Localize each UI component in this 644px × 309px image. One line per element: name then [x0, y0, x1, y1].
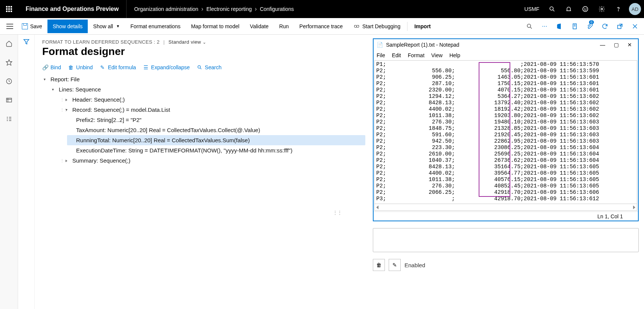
company-label[interactable]: USMF	[520, 6, 543, 12]
chevron-down-icon: ⌄	[203, 40, 206, 44]
clock-icon[interactable]	[3, 75, 15, 87]
gear-icon[interactable]	[594, 2, 609, 17]
splitter-handle[interactable]: ⋮⋮	[333, 210, 342, 216]
right-panel: 📄 SampleReport (1).txt - Notepad — ▢ ✕ F…	[373, 35, 644, 309]
caret-down-icon[interactable]: ▾	[44, 77, 48, 81]
notepad-status: Ln 1, Col 1	[374, 212, 638, 221]
svg-point-2	[583, 6, 588, 12]
svg-line-20	[200, 68, 201, 69]
svg-point-5	[601, 8, 603, 10]
breadcrumb-item[interactable]: Organization administration	[134, 6, 198, 12]
tree-node-tax-amount[interactable]: TaxAmount: Numeric[20..20] Real = Collec…	[67, 125, 365, 135]
search-button[interactable]: Search	[197, 64, 221, 70]
tree-node-lines[interactable]: ▾Lines: Sequence	[50, 84, 365, 94]
map-format-button[interactable]: Map format to model	[186, 20, 244, 33]
menu-icon[interactable]	[3, 20, 17, 33]
tree-node-report[interactable]: ▾Report: File	[42, 74, 365, 84]
run-button[interactable]: Run	[274, 20, 294, 33]
notepad-scrollbar[interactable]	[375, 204, 637, 210]
notepad-menu-help[interactable]: Help	[449, 52, 460, 58]
performance-trace-button[interactable]: Performance trace	[294, 20, 348, 33]
app-title: Finance and Operations Preview	[18, 0, 127, 18]
notepad-menu-edit[interactable]: Edit	[392, 52, 401, 58]
grip-icon[interactable]: ⋮⋮	[60, 108, 63, 112]
enabled-row: 🗑 ✎ Enabled	[373, 259, 639, 271]
breadcrumb-item[interactable]: Electronic reporting	[206, 6, 252, 12]
grip-icon[interactable]: ⋮⋮	[60, 97, 63, 102]
tree-node-exec-datetime[interactable]: ExecutionDateTime: String = DATETIMEFORM…	[67, 145, 365, 155]
notepad-text[interactable]: P1; ;2021-08-09 11:56:13:570 P2; 556.80;…	[375, 61, 637, 204]
breadcrumb-item[interactable]: Configurations	[260, 6, 294, 12]
caret-right-icon[interactable]: ▸	[66, 97, 70, 102]
notepad-menu: File Edit Format View Help	[374, 50, 638, 60]
filter-icon[interactable]	[23, 38, 30, 309]
show-details-button[interactable]: Show details	[47, 20, 88, 33]
svg-point-19	[198, 65, 200, 68]
notepad-menu-file[interactable]: File	[377, 52, 385, 58]
modules-icon[interactable]	[3, 113, 15, 125]
search-action-icon[interactable]	[523, 20, 536, 32]
tree-node-summary[interactable]: ⋮⋮▸Summary: Sequence(;)	[59, 155, 365, 166]
show-all-button[interactable]: Show all▼	[88, 20, 125, 33]
page-title: Format designer	[42, 46, 365, 58]
close-icon[interactable]: ✕	[624, 42, 635, 48]
minimize-icon[interactable]: —	[597, 42, 608, 48]
bind-button[interactable]: 🔗Bind	[42, 64, 61, 70]
popout-icon[interactable]	[614, 20, 626, 32]
format-tree: ▾Report: File ▾Lines: Sequence ⋮⋮▸Header…	[42, 74, 365, 166]
caret-down-icon[interactable]: ▾	[66, 108, 70, 112]
edit-button[interactable]: ✎	[389, 259, 401, 271]
help-icon[interactable]	[611, 2, 626, 17]
start-debugging-button[interactable]: Start Debugging	[348, 20, 406, 33]
notepad-menu-view[interactable]: View	[431, 52, 443, 58]
workspace-icon[interactable]	[3, 94, 15, 106]
tree-node-record[interactable]: ⋮⋮▾Record: Sequence(;) = model.Data.List	[59, 105, 365, 115]
save-button[interactable]: Save	[17, 20, 47, 33]
star-icon[interactable]	[3, 56, 15, 68]
close-icon[interactable]	[629, 20, 641, 32]
svg-rect-17	[6, 98, 12, 102]
chevron-right-icon: ›	[201, 6, 203, 12]
view-selector[interactable]: Standard view ⌄	[168, 39, 206, 45]
svg-line-10	[530, 27, 532, 29]
svg-marker-15	[6, 60, 12, 65]
bell-icon[interactable]	[561, 2, 576, 17]
toolbar: 🔗Bind 🗑Unbind ✎Edit formula ☰Expand/coll…	[42, 62, 365, 74]
format-enumerations-button[interactable]: Format enumerations	[125, 20, 186, 33]
maximize-icon[interactable]: ▢	[611, 42, 621, 48]
unbind-button[interactable]: 🗑Unbind	[68, 64, 93, 70]
description-input[interactable]	[373, 228, 639, 252]
grip-icon[interactable]: ⋮⋮	[60, 158, 63, 163]
notepad-menu-format[interactable]: Format	[408, 52, 424, 58]
link-icon: 🔗	[42, 64, 48, 70]
caret-right-icon[interactable]: ▸	[66, 158, 70, 163]
notepad-file-icon: 📄	[377, 42, 383, 48]
action-bar: Save Show details Show all▼ Format enume…	[0, 18, 644, 35]
caret-down-icon[interactable]: ▾	[52, 87, 56, 91]
tree-panel: FORMAT TO LEARN DEFERRED SEQUENCES : 2 |…	[35, 35, 373, 309]
delete-button[interactable]: 🗑	[373, 259, 385, 271]
svg-point-0	[550, 7, 553, 10]
attach-icon[interactable]: 0	[584, 20, 596, 32]
smile-icon[interactable]	[578, 2, 593, 17]
home-icon[interactable]	[3, 38, 15, 50]
pencil-icon: ✎	[99, 64, 105, 70]
avatar[interactable]: AD	[629, 3, 641, 15]
more-icon[interactable]: ⋯	[539, 20, 551, 32]
tree-node-running-total[interactable]: RunningTotal: Numeric[20..20] Real = Col…	[67, 135, 365, 145]
search-icon[interactable]	[545, 2, 560, 17]
expand-collapse-button[interactable]: ☰Expand/collapse	[143, 64, 190, 70]
notepad-window: 📄 SampleReport (1).txt - Notepad — ▢ ✕ F…	[373, 38, 639, 221]
app-launcher-icon[interactable]	[0, 0, 18, 18]
svg-point-3	[584, 8, 584, 9]
edit-formula-button[interactable]: ✎Edit formula	[99, 64, 136, 70]
validate-button[interactable]: Validate	[245, 20, 274, 33]
tree-node-prefix2[interactable]: Prefix2: String[2..2] = "P2"	[67, 115, 365, 125]
trash-icon: 🗑	[68, 64, 74, 70]
document-icon[interactable]	[569, 20, 581, 32]
refresh-icon[interactable]	[599, 20, 611, 32]
tree-node-header[interactable]: ⋮⋮▸Header: Sequence(;)	[59, 94, 365, 105]
import-button[interactable]: Import	[409, 20, 436, 33]
enabled-label: Enabled	[404, 262, 425, 268]
office-icon[interactable]	[554, 20, 566, 32]
